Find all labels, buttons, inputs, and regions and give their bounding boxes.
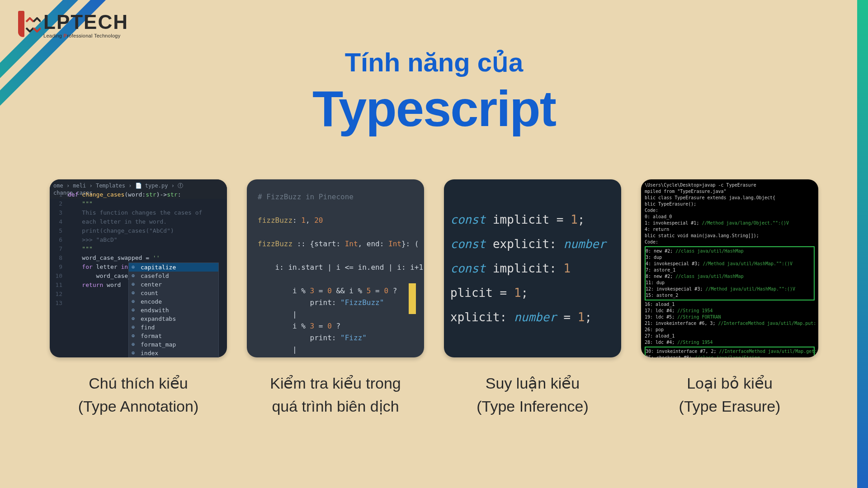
terminal-highlight: 0: new #2; //class java/util/HashMap 3: … (645, 246, 815, 300)
title-main: Typescript (0, 80, 868, 138)
code-line: const implicit: 1 (450, 262, 621, 275)
brand-mark (15, 11, 41, 40)
thumb-compile-check: # FizzBuzz in Pinecone fizzBuzz: 1, 20 f… (247, 179, 424, 357)
page-title: Tính năng của Typescript (0, 47, 868, 138)
highlight-bar (409, 283, 416, 314)
terminal-block: \Users\Cycle\Desktop>javap -c TypeErasur… (645, 182, 815, 245)
feature-card: # FizzBuzz in Pinecone fizzBuzz: 1, 20 f… (247, 179, 424, 418)
feature-caption: Suy luận kiểu (Type Inference) (476, 372, 589, 418)
terminal-highlight: 30: invokeinterface #7, 2; //InterfaceMe… (645, 347, 815, 357)
feature-caption: Chú thích kiểu (Type Annotation) (78, 372, 199, 418)
feature-caption: Kiểm tra kiểu trong quá trình biên dịch (270, 372, 401, 418)
autocomplete-popup: capitalizecasefoldcentercountencodeendsw… (128, 263, 219, 357)
thumb-type-inference: const implicit = 1; const explicit: numb… (444, 179, 621, 357)
code-line: plicit = 1; (450, 286, 621, 300)
brand-tagline: Leading Professional Technology (43, 33, 128, 38)
terminal-block: 16: aload_1 17: ldc #4; //String 1954 19… (645, 301, 815, 346)
code-line: const implicit = 1; (450, 213, 621, 226)
feature-grid: ome › meli › Templates › 📄 type.py › ⓕ c… (0, 179, 868, 418)
accent-stripe-right (857, 0, 868, 488)
code-line: xplicit: number = 1; (450, 310, 621, 324)
feature-card: const implicit = 1; const explicit: numb… (444, 179, 621, 418)
brand-name: LPTECH (43, 12, 128, 32)
line-gutter: 12345678910111213 (50, 190, 66, 308)
code-body: # FizzBuzz in Pinecone fizzBuzz: 1, 20 f… (258, 191, 424, 357)
feature-caption: Loại bỏ kiểu (Type Erasure) (679, 372, 781, 418)
thumb-type-annotation: ome › meli › Templates › 📄 type.py › ⓕ c… (50, 179, 227, 357)
thumb-type-erasure: \Users\Cycle\Desktop>javap -c TypeErasur… (641, 179, 818, 357)
feature-card: ome › meli › Templates › 📄 type.py › ⓕ c… (50, 179, 227, 418)
feature-card: \Users\Cycle\Desktop>javap -c TypeErasur… (641, 179, 818, 418)
brand-logo: LPTECH Leading Professional Technology (15, 11, 128, 40)
title-sub: Tính năng của (0, 47, 868, 78)
code-line: const explicit: number (450, 237, 621, 251)
